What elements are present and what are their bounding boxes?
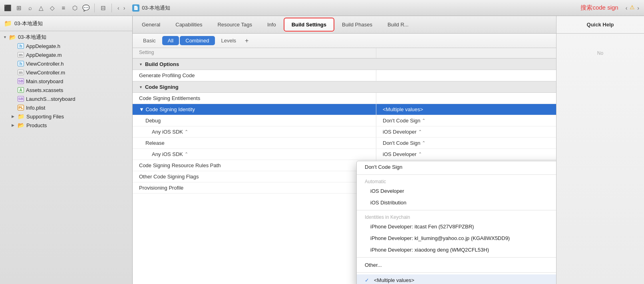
settings-content: Setting ▼ Build Options Generate Profili… (133, 48, 556, 284)
breadcrumb: 📄 03-本地通知 (132, 4, 170, 12)
file-title: 03-本地通知 (142, 4, 170, 12)
sidebar-item-Supporting-Files[interactable]: 📁 Supporting Files (0, 112, 132, 121)
tab-general[interactable]: General (134, 18, 168, 31)
dropdown-item-ios-developer[interactable]: iOS Developer (357, 185, 556, 197)
dropdown-item-kl[interactable]: iPhone Developer: kl_liuming@yahoo.co.jp… (357, 232, 556, 244)
sidebar-item-Info.plist[interactable]: PL Info.plist (0, 103, 132, 112)
tab-build-settings[interactable]: Build Settings (284, 18, 334, 32)
code-sign-dropdown[interactable]: Don't Code Sign Automatic iOS Developer … (356, 161, 556, 284)
setting-value: <Multiple values> (376, 104, 556, 115)
dropdown-item-ios-distribution[interactable]: iOS Distribution (357, 197, 556, 208)
file-icon: 📄 (132, 4, 139, 12)
sidebar-header: 📁 03-本地通知 (0, 16, 132, 31)
sidebar-item-project-root[interactable]: 📂 03-本地通知 (0, 33, 132, 42)
folder-blue-icon: 📂 (18, 122, 24, 128)
disclosure-icon (3, 35, 7, 39)
sidebar-item-label: AppDelegate.h (26, 43, 60, 49)
main-layout: 📁 03-本地通知 📂 03-本地通知 h AppDelegate.h m (0, 16, 644, 284)
project-row[interactable]: 📁 03-本地通知 (4, 20, 43, 27)
divider1 (94, 4, 95, 12)
quick-help-panel: Quick Help No (556, 16, 644, 284)
setting-label: Provisioning Profile (133, 182, 376, 193)
sidebar-item-label: Main.storyboard (26, 78, 63, 84)
setting-value: Don't Code Sign ⌃ (376, 138, 556, 148)
settings-row-release[interactable]: Release Don't Code Sign ⌃ (133, 138, 556, 149)
tab-resource-tags[interactable]: Resource Tags (210, 18, 259, 31)
setting-label: Any iOS SDK ⌃ (133, 149, 376, 160)
subtab-basic[interactable]: Basic (137, 36, 161, 45)
sidebar-item-label: Products (26, 122, 47, 128)
right-forward-arrow[interactable]: › (636, 4, 641, 12)
list-icon[interactable]: ≡ (59, 4, 68, 12)
sidebar-item-ViewController.m[interactable]: m ViewController.m (0, 68, 132, 77)
sidebar-item-label: Supporting Files (26, 114, 64, 120)
subtab-add-button[interactable]: + (242, 37, 251, 44)
no-quick-help-text: No (561, 50, 639, 56)
settings-row-debug-anyios[interactable]: Any iOS SDK ⌃ iOS Developer ⌃ (133, 126, 556, 138)
dropdown-item-multiple-values[interactable]: <Multiple values> ↙ (357, 274, 556, 284)
setting-value (376, 93, 556, 104)
dropdown-separator (357, 174, 556, 175)
sidebar-item-Products[interactable]: 📂 Products (0, 121, 132, 130)
grid-icon[interactable]: ⊞ (14, 4, 23, 12)
settings-row-generate-profiling[interactable]: Generate Profiling Code (133, 70, 556, 81)
warning-icon: ⚠ (630, 4, 635, 12)
dropdown-item-other[interactable]: Other... (357, 259, 556, 271)
setting-label: Code Signing Entitlements (133, 93, 376, 104)
tab-build-phases[interactable]: Build Phases (334, 18, 380, 31)
code-signing-section-header[interactable]: ▼ Code Signing (133, 81, 556, 93)
sidebar-item-label: ViewController.m (26, 70, 65, 76)
forward-arrow[interactable]: › (122, 4, 127, 12)
dropdown-section-identities: Identities in Keychain (357, 212, 556, 221)
sidebar-item-Assets.xcassets[interactable]: A Assets.xcassets (0, 86, 132, 94)
sidebar-item-AppDelegate.m[interactable]: m AppDelegate.m (0, 50, 132, 59)
comment-icon[interactable]: 💬 (81, 4, 90, 12)
sidebar-item-ViewController.h[interactable]: h ViewController.h (0, 59, 132, 68)
bookmark-icon[interactable]: ◇ (48, 4, 57, 12)
settings-row-debug[interactable]: Debug Don't Code Sign ⌃ (133, 115, 556, 126)
sidebar-item-label: LaunchS...storyboard (26, 96, 76, 102)
sb-file-icon: SB (18, 96, 24, 102)
stop-icon[interactable]: ⬛ (3, 4, 12, 12)
subtab-levels[interactable]: Levels (216, 36, 242, 45)
assets-file-icon: A (18, 87, 24, 93)
setting-value: iOS Developer ⌃ (376, 149, 556, 160)
settings-row-entitlements[interactable]: Code Signing Entitlements (133, 93, 556, 104)
build-options-section-header[interactable]: ▼ Build Options (133, 58, 556, 70)
sidebar-item-label: Info.plist (26, 105, 45, 111)
tab-info[interactable]: Info (260, 18, 284, 31)
column-headers: Setting (133, 48, 556, 58)
tag-icon[interactable]: ⬡ (70, 4, 79, 12)
project-root-icon: 📂 (9, 34, 16, 40)
settings-row-release-anyios[interactable]: Any iOS SDK ⌃ iOS Developer ⌃ (133, 149, 556, 160)
divider2 (111, 4, 112, 12)
project-label: 03-本地通知 (14, 20, 43, 27)
sidebar-item-LaunchStoryboard[interactable]: SB LaunchS...storyboard (0, 94, 132, 103)
settings-row-identity[interactable]: ▼ Code Signing Identity <Multiple values… (133, 104, 556, 115)
sidebar-item-Main.storyboard[interactable]: SB Main.storyboard (0, 77, 132, 86)
right-nav-arrows: ‹ ⚠ › (624, 4, 641, 12)
setting-label: ▼ Code Signing Identity (133, 104, 376, 115)
dropdown-item-dont-code-sign[interactable]: Don't Code Sign (357, 161, 556, 173)
right-back-arrow[interactable]: ‹ (624, 4, 629, 12)
sidebar-item-AppDelegate.h[interactable]: h AppDelegate.h (0, 42, 132, 50)
subtab-all[interactable]: All (162, 36, 179, 45)
grid2-icon[interactable]: ⊟ (99, 4, 107, 12)
m-file-icon: m (18, 70, 24, 75)
search-icon[interactable]: ⌕ (26, 4, 34, 12)
subtab-combined[interactable]: Combined (180, 36, 215, 45)
quick-help-content: No (557, 34, 644, 284)
dropdown-section-automatic: Automatic (357, 176, 556, 185)
sidebar-item-label: Assets.xcassets (26, 87, 63, 93)
dropdown-item-xiaodong[interactable]: iPhone Developer: xiaodong deng (WMQ2CFL… (357, 244, 556, 256)
sidebar-item-label: ViewController.h (26, 61, 64, 67)
quick-help-header: Quick Help (557, 16, 644, 34)
folder-icon: 📁 (18, 113, 24, 120)
dropdown-item-itcast[interactable]: iPhone Developer: itcast Fen (527V8FPZBR… (357, 221, 556, 232)
dropdown-separator4 (357, 272, 556, 273)
warning-icon2[interactable]: △ (37, 4, 46, 12)
tab-build-rules[interactable]: Build R... (380, 18, 416, 31)
back-arrow[interactable]: ‹ (116, 4, 121, 12)
tab-capabilities[interactable]: Capabilities (168, 18, 210, 31)
setting-label: Any iOS SDK ⌃ (133, 126, 376, 137)
